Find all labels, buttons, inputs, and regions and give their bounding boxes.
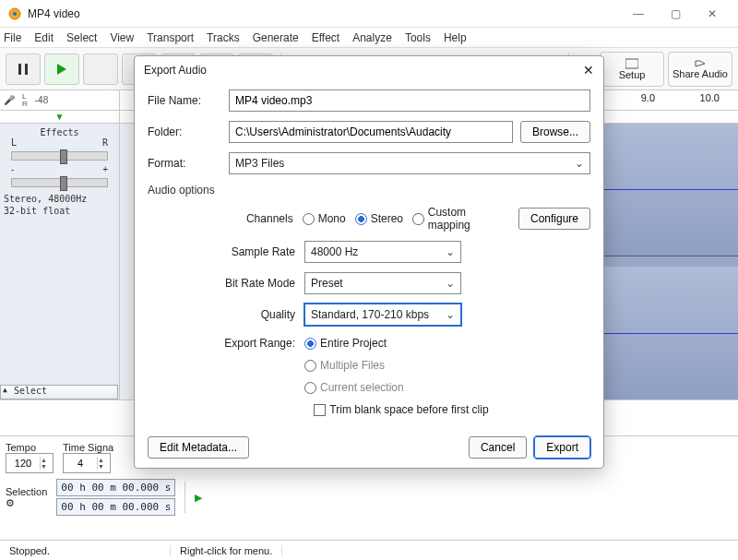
menu-tools[interactable]: Tools — [405, 31, 431, 44]
dialog-close-icon[interactable]: ✕ — [583, 63, 594, 77]
channels-stereo-radio[interactable]: Stereo — [355, 212, 403, 225]
share-audio-button[interactable]: Share Audio — [668, 52, 732, 87]
folder-input[interactable] — [229, 121, 513, 143]
svg-rect-3 — [25, 64, 28, 75]
bitrate-select[interactable]: Preset — [304, 272, 461, 294]
svg-rect-5 — [625, 59, 638, 68]
selection-toolbar: Selection ⚙ 00 h 00 m 00.000 s 00 h 00 m… — [0, 475, 738, 519]
menu-transport[interactable]: Transport — [147, 31, 194, 44]
stop-button[interactable] — [83, 54, 118, 85]
status-bar: Stopped. Right-click for menu. — [0, 540, 738, 560]
svg-marker-4 — [57, 64, 66, 75]
menu-analyze[interactable]: Analyze — [352, 31, 392, 44]
pause-button[interactable] — [6, 54, 41, 85]
track-format-label: Stereo, 48000Hz 32-bit float — [4, 193, 115, 217]
samplerate-select[interactable]: 48000 Hz — [304, 241, 461, 263]
playhead-marker-icon[interactable]: ▼ — [55, 112, 65, 122]
audio-options-label: Audio options — [148, 184, 590, 197]
folder-label: Folder: — [148, 125, 221, 138]
browse-button[interactable]: Browse... — [520, 121, 590, 143]
menu-help[interactable]: Help — [444, 31, 467, 44]
samplerate-label: Sample Rate — [212, 245, 295, 258]
app-icon — [7, 6, 22, 21]
maximize-button[interactable]: ▢ — [657, 1, 694, 27]
effects-label[interactable]: Effects — [4, 127, 115, 137]
menu-file[interactable]: File — [4, 31, 21, 44]
menu-view[interactable]: View — [110, 31, 134, 44]
range-entire-radio[interactable]: Entire Project — [304, 337, 387, 350]
meter-value: -48 — [35, 95, 48, 105]
quality-label: Quality — [212, 308, 295, 321]
menu-edit[interactable]: Edit — [34, 31, 54, 44]
export-audio-dialog: Export Audio ✕ File Name: Folder: Browse… — [134, 55, 604, 469]
pan-slider[interactable] — [11, 151, 108, 161]
minimize-button[interactable]: — — [620, 1, 657, 27]
audio-setup-button[interactable]: Setup — [600, 52, 664, 87]
export-range-label: Export Range: — [212, 337, 295, 350]
configure-button[interactable]: Configure — [518, 208, 590, 230]
selection-end-time[interactable]: 00 h 00 m 00.000 s — [56, 498, 175, 516]
play-button[interactable] — [44, 54, 79, 85]
menu-tracks[interactable]: Tracks — [207, 31, 240, 44]
range-current-radio[interactable]: Current selection — [304, 381, 404, 394]
tempo-input[interactable]: ▲▼ — [6, 453, 54, 473]
filename-input[interactable] — [229, 89, 590, 112]
quality-select[interactable]: Standard, 170-210 kbps — [304, 304, 461, 326]
trim-checkbox[interactable]: Trim blank space before first clip — [314, 403, 488, 416]
menu-effect[interactable]: Effect — [312, 31, 339, 44]
format-label: Format: — [148, 157, 221, 170]
dialog-title: Export Audio — [144, 64, 583, 77]
track-select-button[interactable]: Select — [0, 385, 118, 399]
play-at-speed-icon[interactable]: ▶ — [195, 492, 202, 504]
svg-point-1 — [13, 12, 17, 16]
menu-select[interactable]: Select — [66, 31, 97, 44]
settings-icon[interactable]: ⚙ — [6, 497, 15, 508]
menu-generate[interactable]: Generate — [253, 31, 299, 44]
export-button[interactable]: Export — [534, 436, 590, 459]
tempo-label: Tempo — [6, 442, 54, 453]
mic-icon[interactable]: 🎤 — [4, 95, 15, 105]
time-signature-input[interactable]: ▲▼ — [63, 453, 111, 473]
track-control-panel[interactable]: Effects LR -+ Stereo, 48000Hz 32-bit flo… — [0, 124, 120, 399]
window-title: MP4 video — [28, 7, 620, 20]
svg-rect-2 — [18, 64, 21, 75]
edit-metadata-button[interactable]: Edit Metadata... — [148, 436, 249, 459]
cancel-button[interactable]: Cancel — [469, 436, 527, 459]
gain-slider[interactable] — [11, 178, 108, 187]
menu-bar: File Edit Select View Transport Tracks G… — [0, 28, 738, 48]
selection-label: Selection — [6, 486, 47, 497]
channels-custom-radio[interactable]: Custom mapping — [412, 206, 509, 232]
channels-label: Channels — [212, 212, 293, 225]
range-multiple-radio[interactable]: Multiple Files — [304, 359, 385, 372]
status-playback: Stopped. — [0, 545, 171, 556]
status-hint: Right-click for menu. — [171, 545, 282, 556]
bitrate-label: Bit Rate Mode — [212, 277, 295, 290]
format-select[interactable]: MP3 Files — [229, 152, 590, 174]
selection-start-time[interactable]: 00 h 00 m 00.000 s — [56, 479, 175, 496]
title-bar: MP4 video — ▢ ✕ — [0, 0, 738, 28]
time-signature-label: Time Signa — [63, 442, 113, 453]
filename-label: File Name: — [148, 94, 221, 107]
channels-mono-radio[interactable]: Mono — [303, 212, 346, 225]
close-button[interactable]: ✕ — [694, 1, 731, 27]
